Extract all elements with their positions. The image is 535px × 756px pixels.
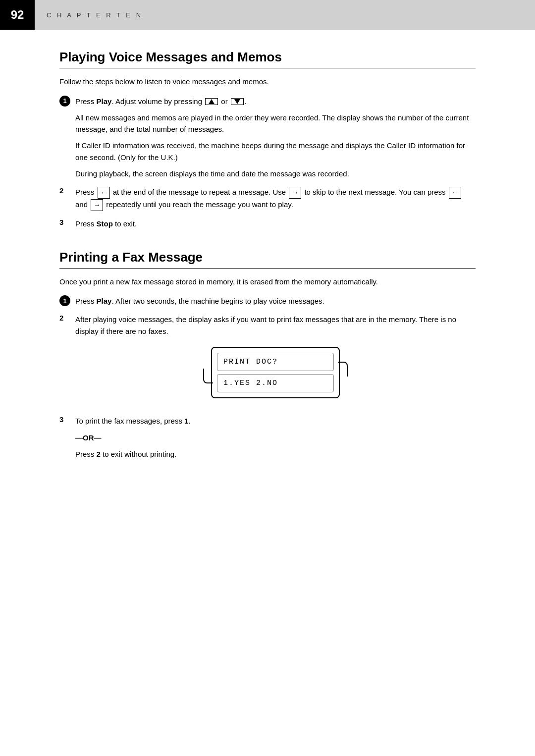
step1-main-text: Press Play. Adjust volume by pressing or… — [75, 96, 476, 107]
step3-bold-stop: Stop — [97, 219, 113, 228]
section2-step1-number: 1 — [59, 295, 70, 306]
section2-step3-or-text: Press 2 to exit without printing. — [75, 448, 476, 460]
key-down-triangle — [231, 98, 244, 105]
step1-para3: During playback, the screen displays the… — [75, 168, 476, 179]
section1-title: Playing Voice Messages and Memos — [59, 50, 476, 68]
step3-number: 3 — [59, 218, 70, 226]
page-content: Playing Voice Messages and Memos Follow … — [0, 50, 535, 509]
section2-step1-text: Press Play. After two seconds, the machi… — [75, 295, 476, 307]
section-printing-fax: Printing a Fax Message Once you print a … — [59, 250, 476, 460]
section2-step-1: 1 Press Play. After two seconds, the mac… — [59, 295, 476, 307]
key-right-arrow-2: → — [91, 199, 103, 211]
section2-step2-content: After playing voice messages, the displa… — [75, 314, 476, 408]
section2-step3-content: To print the fax messages, press 1. —OR—… — [75, 415, 476, 460]
display-curve-right — [338, 362, 348, 377]
or-line: —OR— — [75, 432, 476, 443]
chapter-label: C H A P T E R T E N — [47, 11, 143, 19]
section-playing-voice-messages: Playing Voice Messages and Memos Follow … — [59, 50, 476, 230]
section2-step2-text: After playing voice messages, the displa… — [75, 314, 476, 337]
section2-intro: Once you print a new fax message stored … — [59, 276, 476, 288]
step3-content: Press Stop to exit. — [75, 218, 476, 229]
section1-steps: 1 Press Play. Adjust volume by pressing … — [59, 96, 476, 230]
display-curve-left — [203, 369, 213, 383]
step1-para2: If Caller ID information was received, t… — [75, 140, 476, 163]
step2-content: Press ← at the end of the message to rep… — [75, 186, 476, 211]
section2-step3-text: To print the fax messages, press 1. — [75, 415, 476, 427]
section2-step3-number: 3 — [59, 415, 70, 424]
display-box-wrapper: PRINT DOC? 1.YES 2.NO — [75, 347, 476, 399]
key-up-triangle — [205, 98, 218, 105]
section2-title: Printing a Fax Message — [59, 250, 476, 269]
triangle-up-icon — [209, 99, 214, 104]
section2-step1-content: Press Play. After two seconds, the machi… — [75, 295, 476, 307]
step-2: 2 Press ← at the end of the message to r… — [59, 186, 476, 211]
section2-step1-bold-play: Play — [97, 297, 112, 305]
section1-intro: Follow the steps below to listen to voic… — [59, 76, 476, 88]
page-header: 92 C H A P T E R T E N — [0, 0, 535, 30]
triangle-down-icon — [234, 99, 240, 104]
display-line1: PRINT DOC? — [217, 353, 334, 371]
step1-bold-play: Play — [97, 97, 112, 106]
step-1: 1 Press Play. Adjust volume by pressing … — [59, 96, 476, 180]
display-line2: 1.YES 2.NO — [217, 374, 334, 392]
step2-number: 2 — [59, 186, 70, 195]
chapter-number: 92 — [0, 0, 35, 30]
key-left-arrow-1: ← — [98, 187, 110, 199]
step1-para1: All new messages and memos are played in… — [75, 112, 476, 135]
section2-steps: 1 Press Play. After two seconds, the mac… — [59, 295, 476, 460]
step3-main-text: Press Stop to exit. — [75, 218, 476, 229]
key-right-arrow-1: → — [289, 187, 301, 199]
section2-step-2: 2 After playing voice messages, the disp… — [59, 314, 476, 408]
section2-step2-number: 2 — [59, 314, 70, 322]
step-3: 3 Press Stop to exit. — [59, 218, 476, 229]
step2-main-text: Press ← at the end of the message to rep… — [75, 186, 476, 211]
section2-step3-bold-2: 2 — [97, 450, 101, 458]
step1-content: Press Play. Adjust volume by pressing or… — [75, 96, 476, 180]
step1-number: 1 — [59, 96, 70, 107]
section2-step3-bold-1: 1 — [184, 417, 188, 425]
section2-step-3: 3 To print the fax messages, press 1. —O… — [59, 415, 476, 460]
key-left-arrow-2: ← — [449, 187, 461, 199]
display-outer-box: PRINT DOC? 1.YES 2.NO — [211, 347, 340, 399]
